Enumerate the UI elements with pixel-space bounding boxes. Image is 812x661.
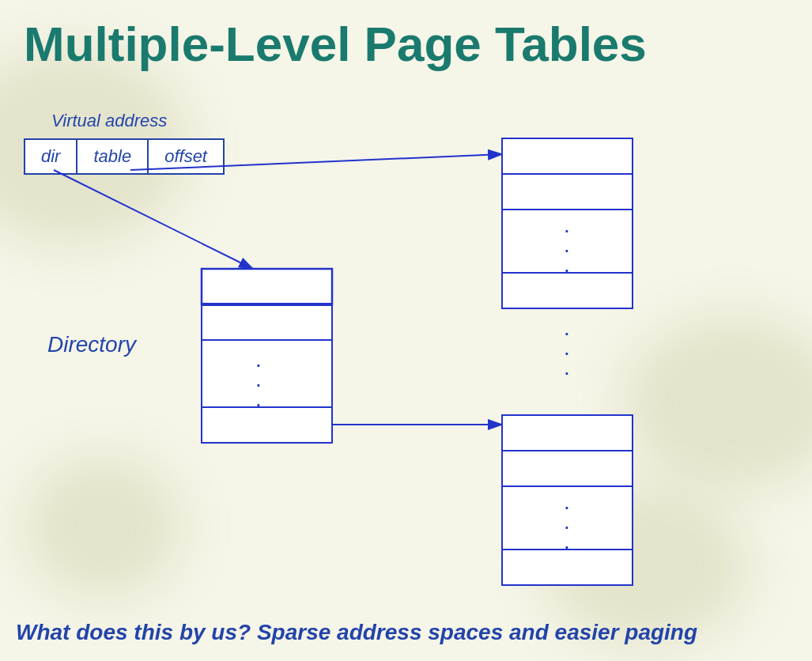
svg-rect-25	[502, 550, 633, 585]
svg-text:·: ·	[564, 534, 570, 558]
svg-rect-14	[502, 273, 633, 308]
svg-text:·: ·	[564, 257, 570, 281]
svg-text:·: ·	[564, 320, 570, 345]
svg-text:·: ·	[255, 352, 262, 376]
va-dir-segment: dir	[25, 140, 77, 173]
va-table-segment: table	[77, 140, 149, 173]
svg-rect-4	[202, 407, 332, 443]
svg-text:pte: pte	[555, 142, 578, 160]
svg-text:·: ·	[255, 391, 262, 416]
svg-rect-3	[202, 340, 332, 407]
virtual-address-box: dir table offset	[24, 138, 225, 175]
virtual-address-label: Virtual address	[51, 111, 167, 131]
svg-text:·: ·	[564, 237, 570, 262]
svg-rect-23	[502, 451, 633, 486]
svg-rect-13	[502, 210, 633, 273]
svg-rect-12	[502, 174, 633, 210]
svg-text:·: ·	[564, 494, 570, 519]
svg-text:·: ·	[255, 372, 262, 396]
svg-line-0	[54, 170, 253, 269]
svg-rect-11	[502, 138, 633, 174]
diagram-svg: · · · pte · · · · · · · · ·	[0, 0, 812, 661]
svg-text:·: ·	[564, 514, 570, 538]
bottom-text: What does this by us? Sparse address spa…	[16, 620, 796, 645]
page-title: Multiple-Level Page Tables	[24, 16, 788, 72]
svg-rect-2	[202, 304, 332, 340]
svg-text:·: ·	[564, 217, 570, 242]
svg-rect-1	[202, 269, 332, 304]
svg-rect-24	[502, 486, 633, 550]
va-offset-segment: offset	[149, 140, 223, 173]
svg-rect-22	[502, 415, 633, 451]
svg-text:·: ·	[564, 360, 570, 384]
directory-label: Directory	[47, 332, 136, 357]
svg-text:·: ·	[564, 340, 570, 364]
